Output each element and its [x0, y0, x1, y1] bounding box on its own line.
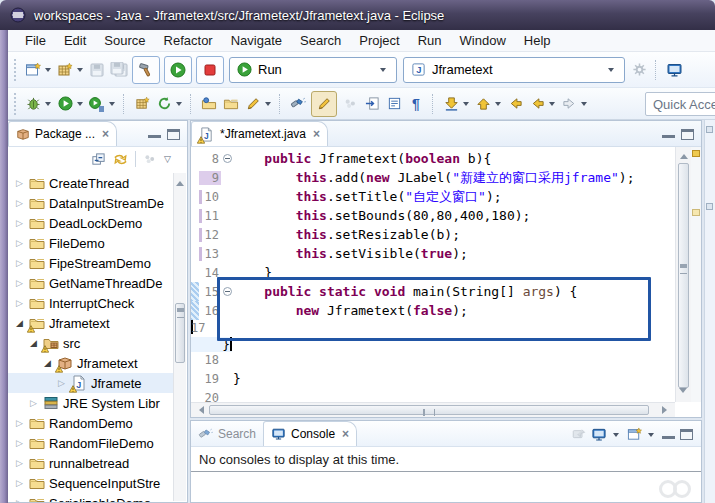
tree-item-jframetext[interactable]: ◢Jframetext [8, 313, 173, 333]
code-line-10[interactable]: 10 this.setTitle("自定义窗口"); [191, 187, 675, 206]
tree-item-deadlockdemo[interactable]: ▷DeadLockDemo [8, 213, 173, 233]
tree-item-jframetext[interactable]: ◢Jframetext [8, 353, 173, 373]
code-line-13[interactable]: 13 this.setVisible(true); [191, 244, 675, 263]
code-line-19[interactable]: 19} [191, 369, 675, 388]
console-tab-search[interactable]: Search [191, 421, 263, 446]
code-line-18[interactable]: 18 [191, 350, 675, 369]
tree-item-randomfiledemo[interactable]: ▷RandomFileDemo [8, 433, 173, 453]
expand-twisty-icon[interactable]: ▷ [14, 458, 25, 468]
tree-item-interruptcheck[interactable]: ▷InterruptCheck [8, 293, 173, 313]
tree-item-serializabledemo[interactable]: ▷SerializableDemo [8, 493, 173, 502]
menu-item-refactor[interactable]: Refactor [155, 31, 222, 50]
focus-button[interactable] [143, 152, 157, 166]
new-java-project-button[interactable] [131, 91, 153, 117]
segment-button[interactable] [383, 91, 405, 117]
code-area[interactable]: 8 public Jframetext(boolean b){9 this.ad… [191, 147, 675, 402]
expand-twisty-icon[interactable]: ▷ [56, 378, 67, 388]
expand-twisty-icon[interactable]: ▷ [14, 478, 25, 488]
editor-vertical-scrollbar[interactable] [675, 147, 691, 402]
refresh-button[interactable] [153, 91, 175, 117]
prev-annotation-chevron[interactable] [495, 102, 501, 109]
tree-item-getnamethreadde[interactable]: ▷GetNameThreadDe [8, 273, 173, 293]
tree-item-fipestreamdemo[interactable]: ▷FipeStreamDemo [8, 253, 173, 273]
scroll-left-arrow[interactable] [195, 406, 204, 414]
code-line-17[interactable]: 17 } [191, 320, 193, 334]
expand-twisty-icon[interactable]: ▷ [14, 198, 25, 208]
collapse-all-button[interactable] [91, 152, 106, 167]
menu-item-file[interactable]: File [16, 31, 55, 50]
fold-minus-icon[interactable] [223, 287, 232, 296]
refresh-chevron[interactable] [176, 102, 182, 109]
open-console-button[interactable] [627, 427, 642, 442]
expand-twisty-icon[interactable]: ▷ [14, 238, 25, 248]
menu-item-window[interactable]: Window [451, 31, 515, 50]
new-wizard-button[interactable] [22, 57, 44, 83]
toolbar2-drag-handle[interactable] [14, 93, 17, 115]
code-line-12[interactable]: 12 this.setResizable(b); [191, 225, 675, 244]
next-annotation-button[interactable] [440, 91, 462, 117]
launch-config-combo[interactable]: Jframetext [403, 57, 625, 83]
tree-item-runnalbetread[interactable]: ▷runnalbetread [8, 453, 173, 473]
view-menu-button[interactable]: ▽ [164, 154, 171, 164]
minimize-button[interactable] [148, 129, 161, 138]
launch-settings-button[interactable] [628, 57, 650, 83]
code-line-20[interactable]: 20 [191, 388, 675, 402]
close-icon[interactable]: × [100, 127, 109, 141]
tree-item-jre-system-libr[interactable]: ▷JRE System Libr [8, 393, 173, 413]
expand-twisty-icon[interactable]: ▷ [14, 418, 25, 428]
scroll-down-arrow[interactable] [679, 388, 687, 397]
scrollbar-thumb[interactable] [209, 405, 649, 415]
expand-twisty-icon[interactable]: ▷ [14, 498, 25, 502]
code-line-14[interactable]: 14 } [191, 263, 675, 282]
scroll-up-arrow[interactable] [680, 150, 688, 159]
code-line-16[interactable]: 16 new Jframetext(false); [191, 301, 675, 320]
new-project-chevron[interactable] [77, 68, 83, 75]
console-tab-console[interactable]: Console× [263, 421, 357, 446]
search-button[interactable] [287, 91, 309, 117]
tree-item-createthread[interactable]: ▷CreateThread [8, 173, 173, 193]
occurrence-marker[interactable] [692, 209, 700, 216]
new-wizard-chevron[interactable] [45, 68, 51, 75]
pin-console-button[interactable] [571, 428, 586, 442]
expand-twisty-icon[interactable]: ▷ [14, 258, 25, 268]
editor-horizontal-scrollbar[interactable] [191, 402, 675, 417]
tree-item-randomdemo[interactable]: ▷RandomDemo [8, 413, 173, 433]
code-line-9[interactable]: 9 this.add(new JLabel("新建立的窗口采用jframe"); [191, 168, 675, 187]
save-all-button[interactable] [108, 57, 130, 83]
scrollbar-thumb[interactable] [175, 303, 185, 363]
quick-access-input[interactable]: Quick Access [645, 92, 715, 116]
run-button[interactable] [164, 56, 192, 84]
collapse-twisty-icon[interactable]: ◢ [28, 338, 39, 348]
title-bar[interactable]: workspaces - Java - Jframetext/src/Jfram… [0, 0, 715, 30]
terminate-button[interactable] [196, 56, 224, 84]
debug-chevron[interactable] [45, 102, 51, 109]
toolbar-drag-handle[interactable] [14, 59, 17, 81]
package-explorer-tab[interactable]: Package ... × [8, 121, 117, 146]
menu-item-run[interactable]: Run [409, 31, 451, 50]
close-icon[interactable]: × [340, 427, 349, 441]
tree-item-datainputstreamde[interactable]: ▷DataInputStreamDe [8, 193, 173, 213]
mark-occurrences-toggle[interactable] [311, 91, 337, 117]
run-combo[interactable]: Run [229, 57, 397, 83]
save-button[interactable] [86, 57, 108, 83]
back-chevron[interactable] [549, 102, 555, 109]
launch-config-chevron[interactable] [608, 68, 614, 75]
maximize-button[interactable] [167, 129, 180, 140]
open-resource-button[interactable] [220, 91, 242, 117]
expand-twisty-icon[interactable]: ▷ [14, 218, 25, 228]
run-combo-chevron[interactable] [380, 68, 386, 75]
expand-twisty-icon[interactable]: ▷ [28, 398, 39, 408]
build-button[interactable] [132, 56, 160, 84]
prev-annotation-button[interactable] [472, 91, 494, 117]
warning-marker[interactable] [692, 150, 700, 157]
console-display-button[interactable] [663, 57, 685, 83]
show-whitespace-button[interactable]: ¶ [405, 91, 427, 117]
fold-toggle[interactable] [221, 287, 233, 296]
code-line-11[interactable]: 11 this.setBounds(80,80,400,180); [191, 206, 675, 225]
tree-item-jframete[interactable]: ▷Jframete [8, 373, 173, 393]
code-line-8[interactable]: 8 public Jframetext(boolean b){ [191, 149, 675, 168]
scroll-right-arrow[interactable] [662, 406, 671, 414]
run-history-button[interactable] [86, 91, 108, 117]
open-task-button[interactable] [198, 91, 220, 117]
scroll-up-arrow[interactable] [176, 177, 184, 186]
